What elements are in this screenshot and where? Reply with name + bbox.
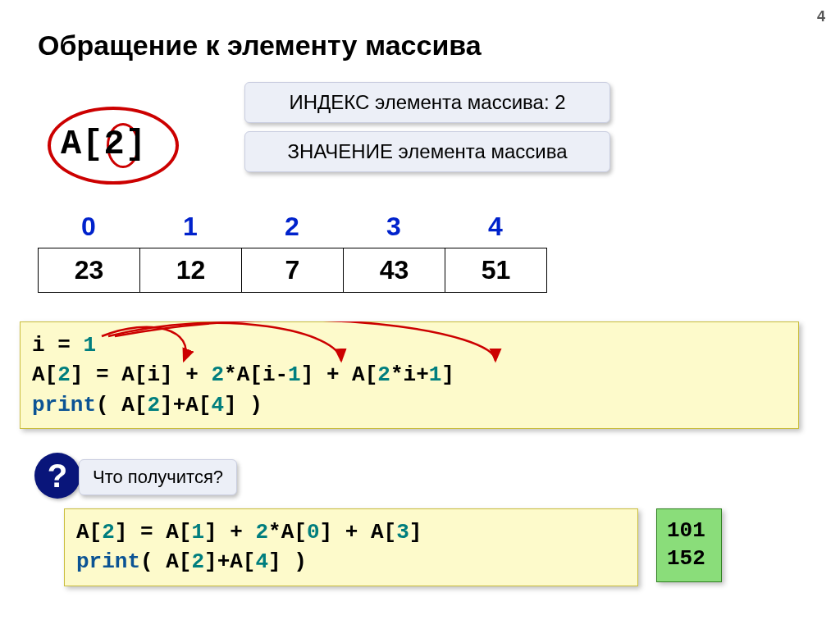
value-cell: 12 xyxy=(140,248,242,293)
page-number: 4 xyxy=(817,8,825,25)
question-label: Что получится? xyxy=(79,459,237,495)
value-cell: 51 xyxy=(445,248,547,293)
index-cell: 0 xyxy=(38,212,139,242)
circled-expression: A[2] xyxy=(39,98,167,189)
question-icon: ? xyxy=(34,453,80,499)
result-box: 101 152 xyxy=(656,508,722,582)
circled-code: A[2] xyxy=(61,125,147,164)
page-title: Обращение к элементу массива xyxy=(38,30,482,62)
code-block-2: A[2] = A[1] + 2*A[0] + A[3] print( A[2]+… xyxy=(64,508,638,586)
value-cell: 23 xyxy=(39,248,140,293)
value-table: 23 12 7 43 51 xyxy=(38,248,547,293)
result-line: 152 xyxy=(667,545,711,573)
index-cell: 1 xyxy=(139,212,241,242)
index-cell: 3 xyxy=(343,212,445,242)
callout-value: ЗНАЧЕНИЕ элемента массива xyxy=(244,131,610,172)
result-line: 101 xyxy=(667,517,711,545)
code-block-1: i = 1 A[2] = A[i] + 2*A[i-1] + A[2*i+1] … xyxy=(20,321,799,429)
callout-index: ИНДЕКС элемента массива: 2 xyxy=(244,82,610,123)
index-cell: 2 xyxy=(241,212,343,242)
index-cell: 4 xyxy=(445,212,546,242)
index-row: 0 1 2 3 4 xyxy=(38,212,546,242)
value-cell: 43 xyxy=(344,248,445,293)
value-cell: 7 xyxy=(242,248,344,293)
